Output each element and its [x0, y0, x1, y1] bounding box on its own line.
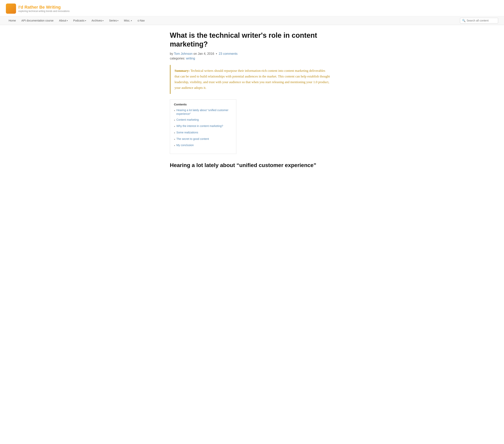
toc-item-4: ▪ Some realizations — [174, 131, 232, 135]
archives-dropdown-arrow: ▾ — [103, 19, 104, 22]
author-link[interactable]: Tom Johnson — [174, 52, 193, 55]
search-input[interactable] — [467, 19, 496, 22]
summary-box: Summary: Technical writers should repurp… — [170, 65, 334, 94]
toc-link-2[interactable]: Content marketing — [176, 118, 198, 122]
logo[interactable]: I'd Rather Be Writing exploring technica… — [6, 3, 70, 14]
nav-item-home[interactable]: Home — [6, 16, 18, 25]
logo-icon — [6, 3, 16, 14]
main-content: What is the technical writer's role in c… — [164, 25, 340, 176]
article-date: Jan 4, 2016 — [198, 52, 214, 55]
table-of-contents: Contents ▪ Hearing a lot lately about “u… — [170, 99, 236, 154]
summary-label: Summary: — [175, 69, 190, 72]
toc-item-5: ▪ The secret to good content — [174, 137, 232, 142]
nav-item-podcasts[interactable]: Podcasts ▾ — [71, 16, 89, 25]
toc-bullet-1: ▪ — [174, 108, 175, 113]
article-title: What is the technical writer's role in c… — [170, 31, 334, 49]
nav-item-misc[interactable]: Misc. ▾ — [121, 16, 135, 25]
toc-bullet-6: ▪ — [174, 143, 175, 148]
nav-item-archives[interactable]: Archives ▾ — [89, 16, 107, 25]
toc-link-5[interactable]: The secret to good content — [176, 137, 209, 141]
search-icon: 🔍 — [462, 19, 466, 22]
logo-title: I'd Rather Be Writing — [18, 5, 70, 10]
podcasts-dropdown-arrow: ▾ — [85, 19, 86, 22]
category-link[interactable]: writing — [186, 57, 195, 60]
toc-bullet-3: ▪ — [174, 124, 175, 129]
toc-item-6: ▪ My conclusion — [174, 143, 232, 148]
nav-item-nav[interactable]: ⊙ Nav — [135, 16, 147, 25]
summary-text: Summary: Technical writers should repurp… — [175, 68, 330, 91]
toc-link-1[interactable]: Hearing a lot lately about “unified cust… — [176, 108, 232, 116]
nav-item-about[interactable]: About ▾ — [56, 16, 71, 25]
toc-link-4[interactable]: Some realizations — [176, 131, 198, 135]
article-meta: by Tom Johnson on Jan 4, 2016 • 23 comme… — [170, 52, 334, 55]
misc-dropdown-arrow: ▾ — [131, 19, 132, 22]
toc-item-1: ▪ Hearing a lot lately about “unified cu… — [174, 108, 232, 116]
search-box[interactable]: 🔍 — [460, 18, 498, 23]
nav-item-series[interactable]: Series ▾ — [106, 16, 121, 25]
site-header: I'd Rather Be Writing exploring technica… — [0, 0, 504, 16]
toc-link-3[interactable]: Why the interest in content marketing? — [176, 124, 223, 128]
nav-toggle-icon: ⊙ — [137, 19, 140, 22]
toc-title: Contents — [174, 103, 232, 106]
section-heading-1: Hearing a lot lately about “unified cust… — [170, 162, 334, 168]
toc-item-3: ▪ Why the interest in content marketing? — [174, 124, 232, 129]
logo-tagline: exploring technical writing trends and i… — [18, 10, 70, 13]
toc-item-2: ▪ Content marketing — [174, 118, 232, 123]
article-categories: categories: writing — [170, 57, 334, 60]
toc-bullet-2: ▪ — [174, 118, 175, 123]
main-nav: Home API documentation course About ▾ Po… — [0, 16, 504, 25]
toc-link-6[interactable]: My conclusion — [176, 143, 194, 147]
toc-list: ▪ Hearing a lot lately about “unified cu… — [174, 108, 232, 148]
toc-bullet-5: ▪ — [174, 137, 175, 142]
comments-link[interactable]: 23 comments — [219, 52, 237, 55]
series-dropdown-arrow: ▾ — [117, 19, 118, 22]
about-dropdown-arrow: ▾ — [67, 19, 68, 22]
nav-item-api-doc[interactable]: API documentation course — [18, 16, 56, 25]
toc-bullet-4: ▪ — [174, 131, 175, 135]
